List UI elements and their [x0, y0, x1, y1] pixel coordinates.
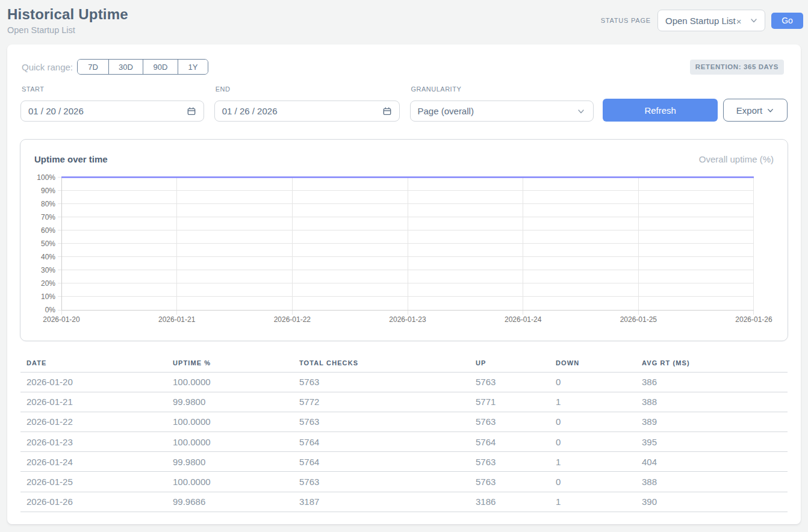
page-subtitle: Open Startup List [7, 25, 128, 35]
status-page-value: Open Startup List [665, 16, 736, 26]
table-cell: 2026-01-20 [20, 372, 167, 392]
quick-range-button-7d[interactable]: 7D [78, 60, 108, 74]
table-cell: 99.9800 [167, 452, 293, 472]
svg-text:80%: 80% [41, 200, 55, 208]
table-row: 2026-01-25100.0000576357630388 [20, 472, 788, 492]
quick-range-button-90d[interactable]: 90D [143, 60, 178, 74]
svg-text:2026-01-26: 2026-01-26 [735, 315, 772, 324]
table-cell: 2026-01-23 [20, 432, 167, 452]
table-body: 2026-01-20100.00005763576303862026-01-21… [20, 372, 788, 512]
table-cell: 0 [550, 472, 636, 492]
table-cell: 5772 [293, 392, 470, 412]
start-date-input[interactable]: 01 / 20 / 2026 [20, 101, 204, 122]
main-card: Quick range: 7D30D90D1Y RETENTION: 365 D… [7, 45, 801, 524]
table-cell: 100.0000 [167, 432, 293, 452]
table-cell: 3186 [470, 492, 550, 512]
svg-text:2026-01-24: 2026-01-24 [505, 315, 542, 324]
table-cell: 0 [550, 372, 636, 392]
table-cell: 99.9800 [167, 392, 293, 412]
status-page-label: STATUS PAGE [601, 17, 651, 24]
table-cell: 386 [636, 372, 788, 392]
start-date-value: 01 / 20 / 2026 [28, 106, 84, 116]
svg-text:2026-01-21: 2026-01-21 [158, 315, 196, 324]
start-label: START [22, 86, 204, 93]
column-header: AVG RT (MS) [636, 356, 788, 372]
table-cell: 5763 [470, 412, 550, 431]
table-row: 2026-01-20100.0000576357630386 [20, 372, 788, 392]
svg-text:20%: 20% [41, 279, 55, 288]
export-button[interactable]: Export [723, 99, 788, 122]
table-cell: 5763 [293, 472, 470, 492]
uptime-table: DATEUPTIME %TOTAL CHECKSUPDOWNAVG RT (MS… [20, 356, 788, 512]
column-header: TOTAL CHECKS [293, 356, 470, 372]
clear-selection-icon[interactable]: × [736, 17, 742, 26]
table-cell: 5763 [293, 412, 470, 431]
column-header: DOWN [550, 356, 636, 372]
status-page-select[interactable]: Open Startup List × [657, 10, 765, 31]
table-cell: 3187 [293, 492, 470, 512]
chevron-down-icon [576, 107, 586, 116]
table-cell: 100.0000 [167, 412, 293, 431]
table-row: 2026-01-22100.0000576357630389 [20, 412, 788, 431]
table-cell: 2026-01-21 [20, 392, 167, 412]
end-date-input[interactable]: 01 / 26 / 2026 [214, 101, 400, 122]
svg-text:2026-01-22: 2026-01-22 [274, 315, 311, 324]
svg-text:100%: 100% [37, 173, 55, 182]
svg-text:60%: 60% [41, 226, 55, 235]
quick-range-button-30d[interactable]: 30D [108, 60, 143, 74]
table-cell: 404 [636, 452, 788, 472]
chevron-down-icon [749, 16, 759, 25]
svg-text:2026-01-23: 2026-01-23 [389, 315, 426, 324]
table-row: 2026-01-23100.0000576457640395 [20, 432, 788, 452]
table-cell: 5763 [470, 472, 550, 492]
svg-text:50%: 50% [41, 240, 55, 248]
chevron-down-icon [766, 107, 774, 114]
table-row: 2026-01-2199.9800577257711388 [20, 392, 788, 412]
svg-text:70%: 70% [41, 213, 55, 221]
end-label: END [216, 86, 400, 93]
table-cell: 100.0000 [167, 472, 293, 492]
table-cell: 0 [550, 432, 636, 452]
quick-range-group: 7D30D90D1Y [77, 59, 208, 75]
table-cell: 5763 [470, 372, 550, 392]
retention-badge: RETENTION: 365 DAYS [690, 60, 784, 75]
granularity-label: GRANULARITY [411, 86, 594, 93]
table-cell: 1 [550, 392, 636, 412]
page-header: Historical Uptime Open Startup List STAT… [0, 0, 808, 45]
table-cell: 5771 [470, 392, 550, 412]
table-row: 2026-01-2499.9800576457631404 [20, 452, 788, 472]
table-header-row: DATEUPTIME %TOTAL CHECKSUPDOWNAVG RT (MS… [20, 356, 788, 372]
table-cell: 1 [550, 452, 636, 472]
quick-range-button-1y[interactable]: 1Y [178, 60, 208, 74]
table-row: 2026-01-2699.9686318731861390 [20, 492, 788, 512]
table-cell: 5763 [470, 452, 550, 472]
table-cell: 99.9686 [167, 492, 293, 512]
granularity-select[interactable]: Page (overall) [410, 101, 594, 122]
table-cell: 395 [636, 432, 788, 452]
table-cell: 388 [636, 392, 788, 412]
table-cell: 5764 [470, 432, 550, 452]
table-cell: 2026-01-24 [20, 452, 167, 472]
table-cell: 2026-01-26 [20, 492, 167, 512]
svg-text:90%: 90% [41, 187, 55, 195]
svg-text:10%: 10% [41, 292, 55, 301]
table-cell: 5764 [293, 432, 470, 452]
svg-text:0%: 0% [45, 306, 56, 314]
table-cell: 2026-01-25 [20, 472, 167, 492]
table-cell: 1 [550, 492, 636, 512]
table-cell: 388 [636, 472, 788, 492]
calendar-icon[interactable] [187, 107, 196, 116]
svg-text:2026-01-25: 2026-01-25 [620, 315, 657, 324]
column-header: UPTIME % [167, 356, 293, 372]
table-cell: 5764 [293, 452, 470, 472]
table-cell: 2026-01-22 [20, 412, 167, 431]
svg-text:30%: 30% [41, 266, 55, 274]
table-cell: 389 [636, 412, 788, 431]
chart-card: Uptime over time Overall uptime (%) 0%10… [20, 139, 788, 341]
go-button[interactable]: Go [771, 13, 803, 29]
calendar-icon[interactable] [382, 107, 392, 116]
column-header: DATE [20, 356, 167, 372]
svg-text:40%: 40% [41, 253, 55, 261]
end-date-value: 01 / 26 / 2026 [222, 106, 278, 116]
refresh-button[interactable]: Refresh [603, 99, 718, 122]
